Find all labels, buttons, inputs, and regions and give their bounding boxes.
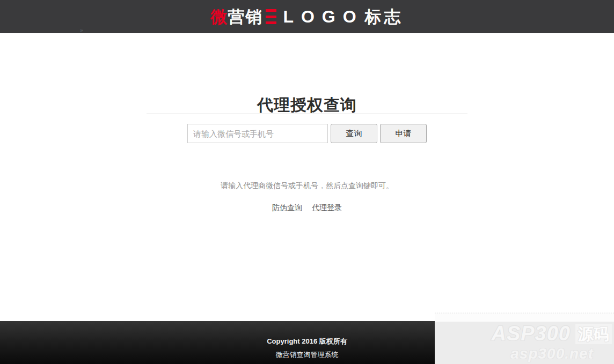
watermark-body: ASP300 源码 asp300.net [435, 322, 614, 364]
logo: 微 营销 LOGO 标志 [210, 8, 403, 25]
logo-brand-text: 营销 [228, 9, 263, 25]
watermark-badge-text: 源码 [575, 324, 612, 344]
chevron-right-icon: » [80, 28, 83, 33]
agent-login-link[interactable]: 代理登录 [312, 203, 342, 212]
logo-en-text: LOGO [283, 8, 363, 25]
query-form: 查询 申请 [0, 124, 614, 143]
watermark-overlay: ASP300 源码 asp300.net [435, 313, 614, 364]
main-content: 代理授权查询 查询 申请 请输入代理商微信号或手机号，然后点查询键即可。 防伪查… [0, 33, 614, 213]
watermark-top-strip [435, 313, 614, 322]
search-input[interactable] [187, 124, 328, 143]
watermark-brand-text: ASP300 [491, 322, 571, 345]
logo-brand-red-text: 微 [210, 9, 228, 25]
query-button[interactable]: 查询 [331, 124, 377, 143]
logo-cn-text: 标志 [365, 9, 404, 25]
watermark-site-text: asp300.net [510, 345, 594, 362]
links-row: 防伪查询 代理登录 [0, 203, 614, 213]
three-bars-icon [266, 9, 276, 24]
apply-button[interactable]: 申请 [380, 124, 427, 143]
header: 微 营销 LOGO 标志 » [0, 0, 614, 33]
page-title: 代理授权查询 [0, 96, 614, 114]
anti-fake-query-link[interactable]: 防伪查询 [272, 203, 302, 212]
watermark-brand-row: ASP300 源码 [491, 322, 612, 345]
page: 微 营销 LOGO 标志 » 代理授权查询 查询 申请 请输入代理商微信号或手机… [0, 0, 614, 364]
helper-text: 请输入代理商微信号或手机号，然后点查询键即可。 [0, 182, 614, 190]
title-divider [147, 114, 467, 114]
